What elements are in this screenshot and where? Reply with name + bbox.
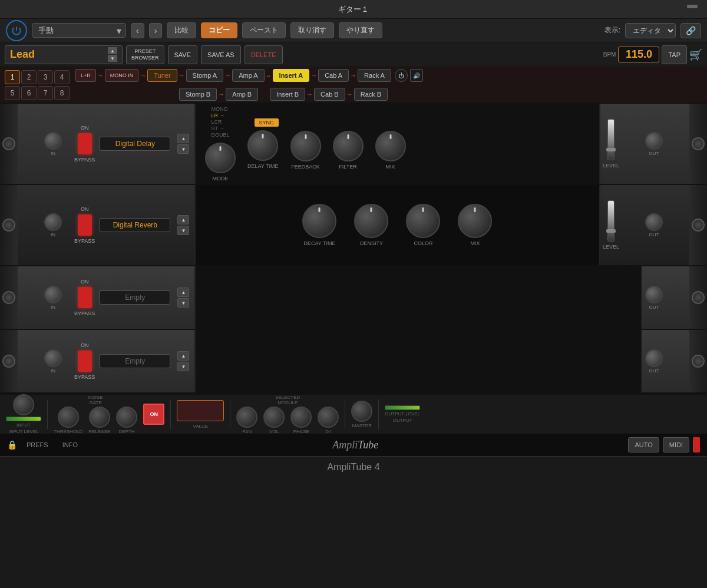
preset-browser-button[interactable]: PRESET BROWSER — [126, 45, 164, 64]
top-toolbar: 手動 ‹ › 比較 コピー ペースト 取り消す やり直す 表示: エディタ 🔗 — [0, 19, 707, 42]
rack-speaker-button[interactable]: 🔊 — [410, 69, 423, 82]
input-knob-1[interactable] — [44, 132, 62, 150]
mix-knob-delay[interactable] — [375, 131, 406, 161]
chain-num-6[interactable]: 6 — [21, 86, 37, 100]
decay-time-knob[interactable] — [302, 204, 336, 238]
module-name-1[interactable]: Digital Delay — [100, 137, 170, 151]
paste-button[interactable]: ペースト — [242, 22, 286, 38]
insert-a-block[interactable]: Insert A — [273, 69, 310, 82]
rack-b-block[interactable]: Rack B — [354, 88, 388, 101]
minimize-button[interactable] — [687, 5, 698, 8]
save-button[interactable]: SAVE — [168, 45, 198, 64]
rack-up-2[interactable]: ▲ — [177, 215, 189, 224]
chain-num-7[interactable]: 7 — [38, 86, 53, 100]
save-as-button[interactable]: SAVE AS — [201, 45, 241, 64]
lcr-option: LCR — [211, 119, 222, 125]
mode-select-wrapper: 手動 — [32, 23, 126, 38]
prefs-button[interactable]: PREFS — [22, 439, 53, 451]
chain-num-4[interactable]: 4 — [54, 70, 70, 84]
input-knob[interactable] — [13, 394, 34, 415]
output-knob-2[interactable] — [645, 213, 663, 231]
output-knob-1[interactable] — [645, 132, 663, 150]
release-knob[interactable] — [89, 407, 110, 428]
undo-button[interactable]: 取り消す — [290, 22, 334, 38]
mix-knob-reverb[interactable] — [458, 204, 492, 238]
back-button[interactable]: ‹ — [131, 23, 144, 38]
power-switch-2[interactable] — [78, 214, 92, 236]
density-knob[interactable] — [354, 204, 388, 238]
color-knob[interactable] — [406, 204, 440, 238]
power-switch-3[interactable] — [78, 287, 92, 308]
mode-select[interactable]: 手動 — [32, 23, 126, 38]
output-knob-4[interactable] — [645, 349, 663, 367]
level-label-1: LEVEL — [603, 163, 619, 169]
phase-knob[interactable] — [290, 407, 312, 428]
editor-select[interactable]: エディタ — [625, 23, 676, 38]
rack-up-1[interactable]: ▲ — [177, 134, 189, 143]
compare-button[interactable]: 比較 — [167, 22, 196, 38]
chain-num-2[interactable]: 2 — [21, 70, 37, 84]
chain-num-5[interactable]: 5 — [5, 86, 20, 100]
cab-b-block[interactable]: Cab B — [314, 88, 345, 101]
pan-knob[interactable] — [236, 407, 257, 428]
power-switch-1[interactable] — [78, 133, 92, 154]
power-switch-4[interactable] — [78, 351, 92, 372]
preset-down-button[interactable]: ▼ — [108, 55, 117, 62]
stomp-b-block[interactable]: Stomp B — [179, 88, 217, 101]
chain-num-3[interactable]: 3 — [38, 70, 53, 84]
sync-button[interactable]: SYNC — [255, 118, 279, 127]
chain-num-8[interactable]: 8 — [54, 86, 70, 100]
input-knob-3[interactable] — [44, 286, 62, 303]
rack-down-4[interactable]: ▼ — [177, 362, 189, 371]
input-knob-2[interactable] — [44, 213, 62, 231]
rack-up-3[interactable]: ▲ — [177, 288, 189, 297]
auto-button[interactable]: AUTO — [628, 437, 659, 452]
feedback-knob[interactable] — [290, 131, 321, 161]
divider-1 — [47, 399, 48, 429]
rack-down-3[interactable]: ▼ — [177, 298, 189, 308]
rack-power-button[interactable]: ⏻ — [395, 69, 408, 82]
insert-b-block[interactable]: Insert B — [270, 88, 305, 101]
vol-knob[interactable] — [263, 407, 285, 428]
tap-button[interactable]: TAP — [662, 45, 687, 64]
rack-a-block[interactable]: Rack A — [358, 69, 391, 82]
chain-num-1[interactable]: 1 — [5, 70, 20, 84]
input-knob-4[interactable] — [44, 349, 62, 367]
preset-up-button[interactable]: ▲ — [108, 47, 117, 54]
copy-button[interactable]: コピー — [201, 22, 237, 38]
amp-b-block[interactable]: Amp B — [226, 88, 258, 101]
module-name-2[interactable]: Digital Reverb — [100, 218, 170, 232]
filter-knob[interactable] — [333, 131, 364, 161]
on-off-button[interactable]: ON — [143, 404, 164, 425]
bpm-value[interactable]: 115.0 — [618, 47, 659, 62]
bypass-label-3: BYPASS — [74, 310, 95, 316]
amp-a-block[interactable]: Amp A — [232, 69, 264, 82]
cart-button[interactable]: 🛒 — [689, 48, 702, 61]
master-knob[interactable] — [351, 401, 372, 422]
level-slider-track-1[interactable] — [607, 119, 615, 160]
level-slider-track-2[interactable] — [607, 200, 615, 242]
module-name-4[interactable]: Empty — [100, 354, 170, 368]
link-button[interactable]: 🔗 — [680, 23, 701, 38]
output-knob-3[interactable] — [645, 286, 663, 303]
delay-time-knob[interactable] — [247, 130, 278, 161]
lock-icon: 🔒 — [7, 440, 17, 450]
stomp-a-block[interactable]: Stomp A — [186, 69, 224, 82]
tuner-block[interactable]: Tuner — [147, 69, 177, 82]
power-button[interactable] — [6, 20, 27, 41]
info-button[interactable]: INFO — [58, 439, 82, 451]
forward-button[interactable]: › — [149, 23, 163, 38]
rack-down-2[interactable]: ▼ — [177, 226, 189, 235]
di-knob[interactable] — [318, 407, 339, 428]
delete-button[interactable]: DELETE — [245, 45, 283, 64]
redo-button[interactable]: やり直す — [339, 22, 382, 38]
module-name-3[interactable]: Empty — [100, 290, 170, 305]
rack-up-4[interactable]: ▲ — [177, 351, 189, 361]
module-controls: PAN VOL PHASE D.I — [236, 407, 339, 434]
threshold-knob[interactable] — [58, 407, 79, 428]
cab-a-block[interactable]: Cab A — [318, 69, 349, 82]
depth-knob[interactable] — [116, 407, 137, 428]
midi-button[interactable]: MIDI — [663, 437, 689, 452]
mode-knob[interactable] — [205, 143, 236, 173]
rack-down-1[interactable]: ▼ — [177, 144, 189, 154]
